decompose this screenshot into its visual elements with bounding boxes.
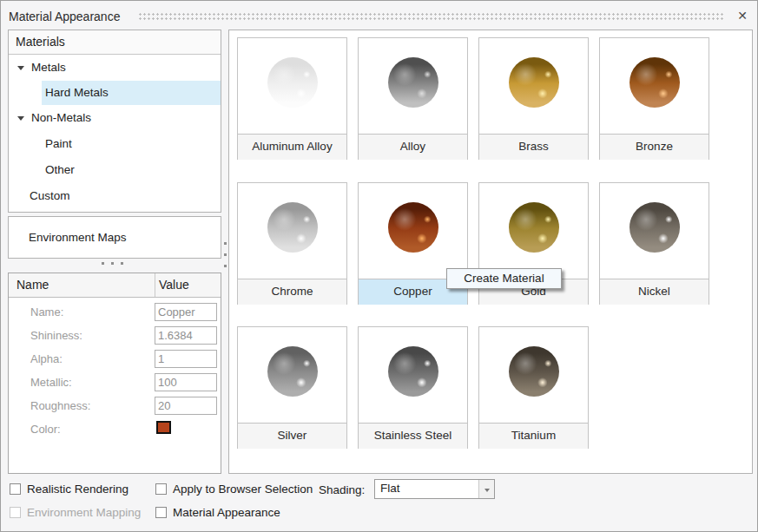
apply-to-browser-selection-checkbox[interactable]: Apply to Browser Selection bbox=[155, 483, 313, 496]
property-row-roughness: Roughness: bbox=[9, 394, 221, 417]
checkbox-icon[interactable] bbox=[155, 483, 167, 495]
material-card-brass[interactable]: Brass bbox=[478, 37, 589, 160]
material-card-nickel[interactable]: Nickel bbox=[599, 182, 709, 305]
alpha-field[interactable] bbox=[155, 350, 217, 368]
tree-item-hard-metals[interactable]: Hard Metals bbox=[42, 81, 221, 105]
tree-item-label: Custom bbox=[30, 189, 70, 202]
shading-dropdown[interactable]: Flat bbox=[374, 479, 495, 499]
properties-panel: Name Value Name: Shininess: Alpha: Metal… bbox=[8, 273, 221, 474]
property-label: Alpha: bbox=[30, 352, 63, 365]
tree-item-label: Paint bbox=[45, 137, 72, 150]
tree-item-paint[interactable]: Paint bbox=[9, 131, 221, 157]
create-material-popup[interactable]: Create Material bbox=[446, 268, 562, 289]
material-sphere bbox=[509, 202, 559, 253]
material-label: Silver bbox=[238, 423, 346, 449]
roughness-field[interactable] bbox=[155, 397, 217, 415]
color-swatch[interactable] bbox=[156, 421, 171, 434]
checkbox-label: Material Appearance bbox=[173, 506, 280, 519]
material-sphere bbox=[629, 202, 680, 253]
material-sphere bbox=[388, 346, 438, 397]
material-label: Stainless Steel bbox=[359, 423, 467, 449]
material-sphere bbox=[388, 57, 438, 108]
property-row-metallic: Metallic: bbox=[9, 371, 221, 394]
property-label: Name: bbox=[30, 305, 63, 319]
tree-item-label: Other bbox=[45, 163, 75, 176]
tree-item-metals[interactable]: Metals bbox=[9, 55, 221, 81]
chevron-down-icon bbox=[484, 489, 490, 492]
tree-item-label: Hard Metals bbox=[45, 86, 109, 99]
property-row-name: Name: bbox=[9, 300, 221, 324]
material-sphere bbox=[629, 57, 680, 108]
shading-selected-value: Flat bbox=[380, 482, 400, 495]
materials-tree-header: Materials bbox=[9, 30, 221, 55]
shading-label: Shading: bbox=[319, 483, 365, 496]
close-icon[interactable]: ✕ bbox=[735, 8, 750, 23]
material-label: Nickel bbox=[600, 279, 709, 305]
expand-arrow-icon[interactable] bbox=[17, 66, 24, 70]
material-card-stainless-steel[interactable]: Stainless Steel bbox=[358, 326, 468, 449]
material-card-titanium[interactable]: Titanium bbox=[478, 326, 589, 449]
material-sphere bbox=[267, 57, 318, 108]
tree-item-label: Metals bbox=[31, 61, 66, 74]
column-divider bbox=[155, 273, 155, 297]
material-card-bronze[interactable]: Bronze bbox=[599, 37, 709, 160]
drag-grip[interactable] bbox=[138, 12, 725, 20]
material-card-alloy[interactable]: Alloy bbox=[358, 37, 468, 160]
material-label: Alloy bbox=[359, 134, 467, 160]
material-appearance-checkbox[interactable]: Material Appearance bbox=[155, 506, 280, 519]
shininess-field[interactable] bbox=[155, 326, 217, 345]
property-row-color: Color: bbox=[9, 417, 221, 441]
material-sphere bbox=[388, 202, 438, 253]
tree-item-other[interactable]: Other bbox=[9, 157, 221, 183]
checkbox-label: Environment Mapping bbox=[27, 506, 141, 519]
material-label: Titanium bbox=[479, 423, 588, 449]
material-card-silver[interactable]: Silver bbox=[237, 326, 347, 449]
property-label: Shininess: bbox=[30, 329, 82, 342]
horizontal-splitter[interactable] bbox=[102, 262, 123, 265]
materials-grid-panel: Aluminum Alloy Alloy Brass Bronze Chrome bbox=[228, 30, 753, 474]
materials-tree-panel: Materials Metals Hard Metals Non-Metals … bbox=[8, 30, 221, 213]
environment-maps-panel[interactable]: Environment Maps bbox=[8, 216, 221, 259]
material-sphere bbox=[509, 346, 559, 397]
metallic-field[interactable] bbox=[155, 373, 217, 391]
dropdown-button[interactable] bbox=[478, 480, 494, 498]
material-label: Aluminum Alloy bbox=[238, 134, 346, 160]
expand-arrow-icon[interactable] bbox=[17, 116, 24, 121]
properties-header: Name Value bbox=[9, 273, 221, 298]
tree-item-label: Non-Metals bbox=[31, 111, 91, 124]
material-label: Chrome bbox=[238, 279, 346, 305]
material-sphere bbox=[267, 346, 318, 397]
checkbox-icon[interactable] bbox=[155, 507, 167, 518]
material-sphere bbox=[267, 202, 318, 253]
environment-mapping-checkbox: Environment Mapping bbox=[10, 506, 141, 519]
checkbox-icon[interactable] bbox=[10, 483, 21, 495]
material-label: Brass bbox=[479, 134, 588, 160]
checkbox-label: Apply to Browser Selection bbox=[173, 483, 313, 496]
property-row-shininess: Shininess: bbox=[9, 324, 221, 347]
material-card-chrome[interactable]: Chrome bbox=[237, 182, 347, 305]
dialog-title: Material Appearance bbox=[9, 10, 120, 23]
property-label: Color: bbox=[30, 423, 61, 436]
name-field[interactable] bbox=[155, 303, 217, 321]
environment-maps-label: Environment Maps bbox=[9, 217, 221, 258]
tree-item-non-metals[interactable]: Non-Metals bbox=[9, 105, 221, 131]
material-appearance-dialog: Material Appearance ✕ Materials Metals H… bbox=[0, 0, 758, 532]
property-row-alpha: Alpha: bbox=[9, 347, 221, 371]
material-label: Bronze bbox=[600, 134, 709, 160]
property-label: Metallic: bbox=[30, 376, 72, 389]
checkbox-label: Realistic Rendering bbox=[27, 483, 129, 496]
tree-item-custom[interactable]: Custom bbox=[9, 183, 221, 209]
material-card-aluminum-alloy[interactable]: Aluminum Alloy bbox=[237, 37, 347, 160]
checkbox-icon bbox=[10, 507, 21, 518]
vertical-splitter[interactable] bbox=[224, 242, 227, 267]
property-label: Roughness: bbox=[30, 399, 90, 412]
column-header-name: Name bbox=[16, 273, 49, 297]
material-sphere bbox=[509, 57, 559, 108]
realistic-rendering-checkbox[interactable]: Realistic Rendering bbox=[10, 483, 129, 496]
column-header-value: Value bbox=[159, 273, 189, 297]
